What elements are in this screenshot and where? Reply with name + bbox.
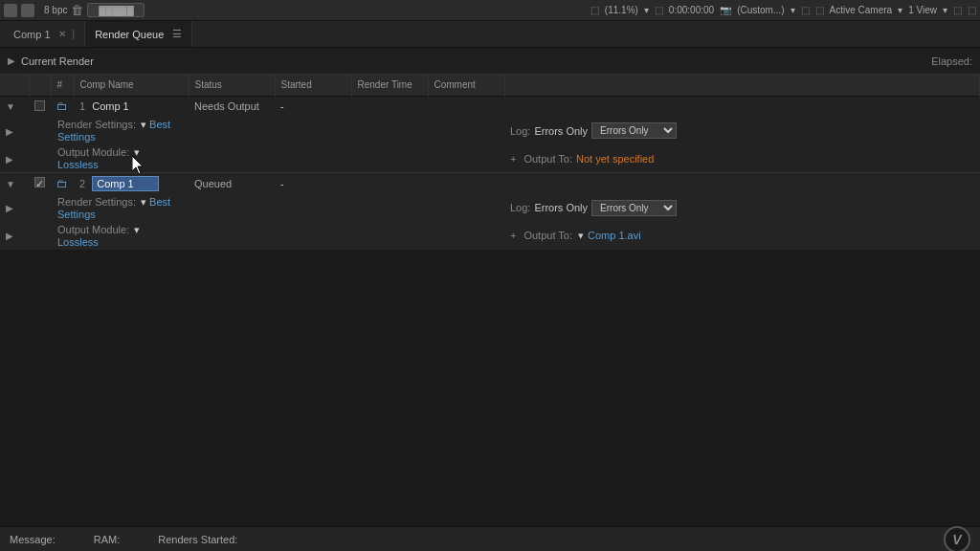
row2-started-dash: - [280, 178, 284, 189]
row1-rs-expand-arrow[interactable]: ▶ [6, 126, 13, 137]
row1-expand-arrow[interactable]: ▼ [6, 101, 15, 112]
render-queue-panel: # Comp Name Status Started Render Time C… [0, 75, 980, 250]
row1-om-value[interactable]: Lossless [57, 159, 99, 170]
row2-om-value[interactable]: Lossless [57, 236, 99, 248]
viewer-icon: ⬚ [590, 5, 599, 15]
trash-icon[interactable]: 🗑 [71, 3, 83, 17]
table-row: ▶ Render Settings: ▾ Best Settings Log: … [0, 117, 980, 144]
row2-rs-label-cell: Render Settings: ▾ Best Settings [29, 194, 189, 222]
zoom-dropdown-icon[interactable]: ▾ [644, 5, 649, 15]
row1-om-comment [428, 144, 504, 173]
row1-om-rendertime [351, 144, 428, 173]
message-label: Message: [10, 534, 56, 545]
row2-checkbox-cell[interactable]: ✓ [29, 173, 51, 194]
tab-comp1-label: Comp 1 [13, 29, 51, 40]
row1-checkbox[interactable] [34, 100, 45, 111]
row2-compname[interactable]: 2 [74, 173, 189, 194]
icon-extra1: ⬚ [953, 5, 962, 15]
row2-started: - [275, 173, 351, 194]
row2-rs-rendertime [351, 194, 428, 222]
custom-label: (Custom...) [737, 5, 784, 15]
row1-om-label: Output Module: [57, 146, 129, 158]
row1-om-status [189, 144, 275, 173]
toggle-icon2: ⬚ [815, 5, 824, 15]
row2-rs-logcell: Log: Errors Only Errors Only Plus Settin… [504, 194, 980, 222]
timecode-label: 0:00:00:00 [669, 5, 714, 15]
row1-output-label: Output To: [523, 153, 572, 165]
row1-log-dropdown[interactable]: Errors Only Plus Settings All Info [591, 122, 677, 139]
row2-log-value: Errors Only [534, 202, 588, 213]
row1-rs-rendertime [351, 117, 428, 144]
top-bar: 8 bpc 🗑 ▓▓▓▓▓ ⬚ (11.1%) ▾ ⬚ 0:00:00:00 📷… [0, 0, 980, 21]
top-bar-icon2 [21, 4, 34, 17]
col-header-check [29, 75, 51, 96]
row1-log-label: Log: [510, 125, 530, 137]
row1-plus-btn[interactable]: + [510, 153, 516, 165]
row1-om-expand-arrow[interactable]: ▶ [6, 154, 13, 165]
message-label-text: Message: [10, 534, 56, 545]
row1-rest [504, 96, 980, 117]
renders-started-text: Renders Started: [158, 534, 237, 545]
resolution-icon: ⬚ [655, 5, 663, 15]
v-badge: V [944, 526, 970, 552]
unnamed-button[interactable]: ▓▓▓▓▓ [87, 3, 145, 17]
row2-rs-dropdown-arrow[interactable]: ▾ [141, 196, 146, 208]
row2-output-dropdown-arrow[interactable]: ▾ [578, 230, 584, 242]
tab-renderqueue[interactable]: Render Queue ☰ [85, 21, 192, 47]
row1-output-value[interactable]: Not yet specified [576, 153, 654, 165]
row2-log-dropdown[interactable]: Errors Only Plus Settings All Info [591, 200, 677, 216]
row2-rs-started [275, 194, 351, 222]
col-header-render [0, 75, 29, 96]
col-header-started: Started [275, 75, 351, 96]
row2-status-text: Queued [194, 178, 232, 189]
row2-expand[interactable]: ▼ [0, 173, 29, 194]
row2-comp-name-input[interactable] [92, 176, 159, 191]
bpc-label: 8 bpc [44, 5, 67, 15]
camera-dropdown-icon[interactable]: ▾ [898, 5, 902, 15]
current-render-expand-arrow[interactable]: ▶ [8, 55, 15, 66]
row2-rs-comment [428, 194, 504, 222]
row2-om-dropdown-arrow[interactable]: ▾ [134, 224, 140, 235]
row1-rs-started [275, 117, 351, 144]
row1-checkbox-cell[interactable] [29, 96, 51, 117]
tab-separator: | [73, 29, 76, 39]
row1-compname: 1 Comp 1 [74, 96, 189, 117]
table-row: ▶ Output Module: ▾ Lossless + Output To:… [0, 144, 980, 173]
row2-om-comment [428, 222, 504, 250]
tab-comp1[interactable]: Comp 1 ✕ | [4, 21, 85, 47]
row2-om-status [189, 222, 275, 250]
col-header-rendertime: Render Time [351, 75, 428, 96]
row2-expand-arrow[interactable]: ▼ [6, 179, 15, 189]
current-render-title: Current Render [21, 55, 94, 67]
row2-checkbox[interactable]: ✓ [34, 177, 45, 187]
row1-om-dropdown-arrow[interactable]: ▾ [134, 146, 140, 158]
row1-number: 🗀 [51, 96, 74, 117]
row2-status: Queued [189, 173, 275, 194]
row1-expand[interactable]: ▼ [0, 96, 29, 117]
row2-output-value[interactable]: Comp 1.avi [588, 230, 641, 241]
row1-rs-expand[interactable]: ▶ [0, 117, 29, 144]
row1-om-expand[interactable]: ▶ [0, 144, 29, 173]
table-row: ▼ 🗀 1 Comp 1 Needs Output - [0, 96, 980, 117]
tab-comp1-close[interactable]: ✕ [58, 29, 66, 39]
row1-comment [428, 96, 504, 117]
bottom-bar: Message: RAM: Renders Started: V [0, 526, 980, 551]
view-label: 1 View [908, 5, 937, 15]
row1-rs-dropdown-arrow[interactable]: ▾ [141, 119, 146, 130]
custom-dropdown-icon[interactable]: ▾ [791, 5, 795, 15]
row1-started: - [275, 96, 351, 117]
row2-rs-expand-arrow[interactable]: ▶ [6, 203, 13, 213]
table-row: ▶ Output Module: ▾ Lossless + Output To:… [0, 222, 980, 250]
view-dropdown-icon[interactable]: ▾ [943, 5, 947, 15]
row2-plus-btn[interactable]: + [510, 230, 516, 241]
camera-icon: 📷 [720, 5, 731, 15]
row2-om-expand-arrow[interactable]: ▶ [6, 231, 13, 241]
row2-om-expand[interactable]: ▶ [0, 222, 29, 250]
row1-rendertime [351, 96, 428, 117]
top-bar-icon1 [4, 4, 17, 17]
row2-rs-expand[interactable]: ▶ [0, 194, 29, 222]
row2-om-started [275, 222, 351, 250]
icon-extra2: ⬚ [968, 5, 976, 15]
tab-renderqueue-label: Render Queue [95, 29, 164, 40]
tab-renderqueue-menu-icon[interactable]: ☰ [172, 28, 182, 40]
